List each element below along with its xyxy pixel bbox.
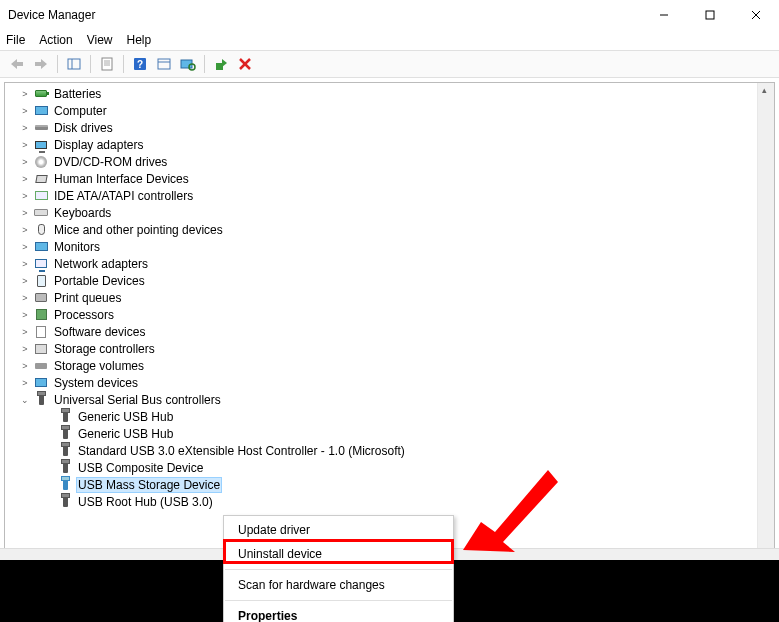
collapse-icon[interactable]: ⌄ bbox=[19, 395, 31, 405]
vertical-scrollbar[interactable] bbox=[757, 83, 774, 561]
tree-label: USB Composite Device bbox=[76, 461, 205, 475]
toolbar-separator bbox=[123, 55, 124, 73]
svg-marker-19 bbox=[222, 59, 227, 67]
tree-category[interactable]: >Network adapters bbox=[19, 255, 774, 272]
device-tree-panel: >Batteries>Computer>Disk drives>Display … bbox=[4, 82, 775, 562]
usb-device-icon bbox=[57, 460, 73, 476]
properties-button[interactable] bbox=[96, 53, 118, 75]
expand-icon[interactable]: > bbox=[19, 157, 31, 167]
tree-category[interactable]: >Storage controllers bbox=[19, 340, 774, 357]
menu-file[interactable]: File bbox=[6, 33, 25, 47]
tree-label: Disk drives bbox=[52, 121, 115, 135]
expand-icon[interactable]: > bbox=[19, 276, 31, 286]
uninstall-button[interactable] bbox=[234, 53, 256, 75]
expand-icon[interactable]: > bbox=[19, 293, 31, 303]
tree-category[interactable]: >Human Interface Devices bbox=[19, 170, 774, 187]
expand-icon[interactable]: > bbox=[19, 344, 31, 354]
window-title: Device Manager bbox=[8, 8, 641, 22]
keyboard-icon bbox=[33, 205, 49, 221]
expand-icon[interactable]: > bbox=[19, 225, 31, 235]
tree-category[interactable]: >Processors bbox=[19, 306, 774, 323]
cd-icon bbox=[33, 154, 49, 170]
menu-item-uninstall-device[interactable]: Uninstall device bbox=[224, 542, 453, 566]
tree-category[interactable]: >Software devices bbox=[19, 323, 774, 340]
tree-device-item[interactable]: Standard USB 3.0 eXtensible Host Control… bbox=[55, 442, 774, 459]
expand-icon[interactable]: > bbox=[19, 361, 31, 371]
monitor-icon bbox=[33, 103, 49, 119]
usb-device-icon bbox=[57, 409, 73, 425]
menu-view[interactable]: View bbox=[87, 33, 113, 47]
tree-label: Portable Devices bbox=[52, 274, 147, 288]
portable-icon bbox=[33, 273, 49, 289]
tree-category[interactable]: >DVD/CD-ROM drives bbox=[19, 153, 774, 170]
tree-label: Mice and other pointing devices bbox=[52, 223, 225, 237]
tree-category[interactable]: >Keyboards bbox=[19, 204, 774, 221]
expand-icon[interactable]: > bbox=[19, 174, 31, 184]
minimize-button[interactable] bbox=[641, 0, 687, 30]
expand-icon[interactable]: > bbox=[19, 106, 31, 116]
usb-device-icon bbox=[57, 426, 73, 442]
tree-label: Storage volumes bbox=[52, 359, 146, 373]
menu-item-update-driver[interactable]: Update driver bbox=[224, 518, 453, 542]
update-driver-button[interactable] bbox=[210, 53, 232, 75]
system-icon bbox=[33, 375, 49, 391]
svg-text:?: ? bbox=[137, 59, 143, 70]
menu-help[interactable]: Help bbox=[127, 33, 152, 47]
expand-icon[interactable]: > bbox=[19, 378, 31, 388]
back-button[interactable] bbox=[6, 53, 28, 75]
tree-category[interactable]: >Computer bbox=[19, 102, 774, 119]
forward-button[interactable] bbox=[30, 53, 52, 75]
tree-category[interactable]: >Batteries bbox=[19, 85, 774, 102]
tree-category-usb[interactable]: ⌄Universal Serial Bus controllers bbox=[19, 391, 774, 408]
tree-label: Keyboards bbox=[52, 206, 113, 220]
help-button[interactable]: ? bbox=[129, 53, 151, 75]
expand-icon[interactable]: > bbox=[19, 208, 31, 218]
expand-icon[interactable]: > bbox=[19, 123, 31, 133]
show-hide-tree-button[interactable] bbox=[63, 53, 85, 75]
expand-icon[interactable]: > bbox=[19, 310, 31, 320]
tree-device-item[interactable]: USB Mass Storage Device bbox=[55, 476, 774, 493]
tree-category[interactable]: >Mice and other pointing devices bbox=[19, 221, 774, 238]
maximize-button[interactable] bbox=[687, 0, 733, 30]
tree-device-item[interactable]: USB Root Hub (USB 3.0) bbox=[55, 493, 774, 510]
close-button[interactable] bbox=[733, 0, 779, 30]
usb-icon bbox=[33, 392, 49, 408]
expand-icon[interactable]: > bbox=[19, 89, 31, 99]
expand-icon[interactable]: > bbox=[19, 140, 31, 150]
context-menu: Update driver Uninstall device Scan for … bbox=[223, 515, 454, 622]
tree-device-item[interactable]: Generic USB Hub bbox=[55, 425, 774, 442]
tree-label: IDE ATA/ATAPI controllers bbox=[52, 189, 195, 203]
tree-label: Generic USB Hub bbox=[76, 427, 175, 441]
expand-icon[interactable]: > bbox=[19, 259, 31, 269]
expand-icon[interactable]: > bbox=[19, 191, 31, 201]
expand-icon[interactable]: > bbox=[19, 327, 31, 337]
tree-category[interactable]: >System devices bbox=[19, 374, 774, 391]
tree-label: System devices bbox=[52, 376, 140, 390]
menu-item-scan-hardware[interactable]: Scan for hardware changes bbox=[224, 573, 453, 597]
tree-label: DVD/CD-ROM drives bbox=[52, 155, 169, 169]
tree-category[interactable]: >Monitors bbox=[19, 238, 774, 255]
tree-label: Generic USB Hub bbox=[76, 410, 175, 424]
tree-device-item[interactable]: USB Composite Device bbox=[55, 459, 774, 476]
svg-rect-6 bbox=[68, 59, 80, 69]
tree-category[interactable]: >IDE ATA/ATAPI controllers bbox=[19, 187, 774, 204]
tree-label: Computer bbox=[52, 104, 109, 118]
tree-category[interactable]: >Disk drives bbox=[19, 119, 774, 136]
svg-rect-14 bbox=[158, 59, 170, 69]
cpu-icon bbox=[33, 307, 49, 323]
toolbar-separator bbox=[57, 55, 58, 73]
action-button[interactable] bbox=[153, 53, 175, 75]
tree-category[interactable]: >Portable Devices bbox=[19, 272, 774, 289]
monitor-icon bbox=[33, 239, 49, 255]
menu-action[interactable]: Action bbox=[39, 33, 72, 47]
tree-category[interactable]: >Display adapters bbox=[19, 136, 774, 153]
tree-category[interactable]: >Print queues bbox=[19, 289, 774, 306]
expand-icon[interactable]: > bbox=[19, 242, 31, 252]
tree-device-item[interactable]: Generic USB Hub bbox=[55, 408, 774, 425]
menu-item-properties[interactable]: Properties bbox=[224, 604, 453, 622]
scan-hardware-button[interactable] bbox=[177, 53, 199, 75]
tree-label: Network adapters bbox=[52, 257, 150, 271]
tree-category[interactable]: >Storage volumes bbox=[19, 357, 774, 374]
usb-device-icon bbox=[57, 443, 73, 459]
network-icon bbox=[33, 256, 49, 272]
